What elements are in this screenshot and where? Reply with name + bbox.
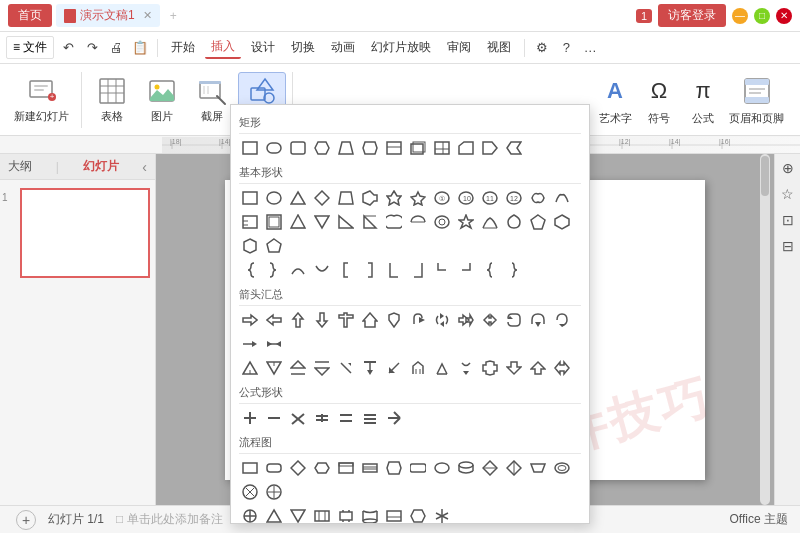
shape-formula-2[interactable] [263, 407, 285, 429]
menu-insert[interactable]: 插入 [205, 36, 241, 59]
menu-transition[interactable]: 切换 [285, 37, 321, 58]
shape-flow-9[interactable] [431, 457, 453, 479]
shape-flow-13[interactable] [527, 457, 549, 479]
tab-home[interactable]: 首页 [8, 4, 52, 27]
shape-flow-11[interactable] [479, 457, 501, 479]
right-tool-4[interactable]: ⊟ [778, 236, 798, 256]
shape-basic-18[interactable] [311, 211, 333, 233]
new-slide-group[interactable]: + 新建幻灯片 [8, 73, 75, 126]
shape-flow2-5[interactable] [335, 505, 357, 524]
shape-flow-5[interactable] [335, 457, 357, 479]
shape-basic-12[interactable]: 12 [503, 187, 525, 209]
shape-flow2-6[interactable] [359, 505, 381, 524]
sidebar-outline-tab[interactable]: 大纲 [8, 158, 32, 175]
maximize-button[interactable]: □ [754, 8, 770, 24]
shape-basic-3[interactable] [287, 187, 309, 209]
shape-arrow-10[interactable] [455, 309, 477, 331]
shape-arrow2-8[interactable] [407, 357, 429, 379]
shape-rect-11[interactable] [479, 137, 501, 159]
shape-basic-27[interactable] [527, 211, 549, 233]
shape-basic-11[interactable]: 11 [479, 187, 501, 209]
add-slide-button[interactable]: + [16, 510, 36, 530]
shape-bracket-4[interactable] [407, 259, 429, 281]
shape-basic-13[interactable] [527, 187, 549, 209]
shape-rect-1[interactable] [239, 137, 261, 159]
shape-basic-28[interactable] [551, 211, 573, 233]
shape-arc-1[interactable] [287, 259, 309, 281]
shape-arrow-1[interactable] [239, 309, 261, 331]
table-group[interactable]: 表格 [88, 73, 136, 126]
shape-arrow-15[interactable] [239, 333, 261, 355]
shape-basic-22[interactable] [407, 211, 429, 233]
shape-arrow2-7[interactable] [383, 357, 405, 379]
shape-rect-5[interactable] [335, 137, 357, 159]
shape-flow-1[interactable] [239, 457, 261, 479]
shape-basic-4[interactable] [311, 187, 333, 209]
shape-arrow-4[interactable] [311, 309, 333, 331]
shape-brace-1[interactable] [239, 259, 261, 281]
shape-flow2-3[interactable] [287, 505, 309, 524]
menu-slideshow[interactable]: 幻灯片放映 [365, 37, 437, 58]
shape-flow-14[interactable] [551, 457, 573, 479]
shape-flow2-1[interactable] [239, 505, 261, 524]
shape-arrow-7[interactable] [383, 309, 405, 331]
shape-formula-5[interactable] [335, 407, 357, 429]
shape-arrow-6[interactable] [359, 309, 381, 331]
shape-flow-7[interactable] [383, 457, 405, 479]
shape-basic-10[interactable]: 10 [455, 187, 477, 209]
shape-basic-15[interactable] [239, 211, 261, 233]
sidebar-slides-tab[interactable]: 幻灯片 [83, 158, 119, 175]
shape-basic-16[interactable] [263, 211, 285, 233]
shape-flow2-7[interactable] [383, 505, 405, 524]
artword-tool[interactable]: A 艺术字 [597, 73, 633, 126]
shape-formula-7[interactable] [383, 407, 405, 429]
image-group[interactable]: 图片 [138, 73, 186, 126]
shape-arc-2[interactable] [311, 259, 333, 281]
shape-arrow2-5[interactable] [335, 357, 357, 379]
menu-view[interactable]: 视图 [481, 37, 517, 58]
more-icon[interactable]: … [580, 38, 600, 58]
shape-arrow2-12[interactable] [503, 357, 525, 379]
shape-flow-3[interactable] [287, 457, 309, 479]
shape-basic-24[interactable] [455, 211, 477, 233]
shape-basic-21[interactable] [383, 211, 405, 233]
shape-formula-1[interactable] [239, 407, 261, 429]
shape-flow-10[interactable] [455, 457, 477, 479]
shape-basic-20[interactable] [359, 211, 381, 233]
shape-flow-2[interactable] [263, 457, 285, 479]
shape-arrow2-13[interactable] [527, 357, 549, 379]
symbol-tool[interactable]: Ω 符号 [641, 73, 677, 126]
shape-bracket-5[interactable] [431, 259, 453, 281]
shape-arrow-3[interactable] [287, 309, 309, 331]
print-icon[interactable]: 🖨 [106, 38, 126, 58]
shape-arrow2-11[interactable] [479, 357, 501, 379]
right-tool-3[interactable]: ⊡ [778, 210, 798, 230]
shape-arrow-9[interactable] [431, 309, 453, 331]
shape-basic-9[interactable]: ① [431, 187, 453, 209]
shape-curly-1[interactable] [479, 259, 501, 281]
help-icon[interactable]: ? [556, 38, 576, 58]
copy-icon[interactable]: 📋 [130, 38, 150, 58]
shape-rect-3[interactable] [287, 137, 309, 159]
shape-bracket-2[interactable] [359, 259, 381, 281]
redo-icon[interactable]: ↷ [82, 38, 102, 58]
visitor-login-button[interactable]: 访客登录 [658, 4, 726, 27]
shape-formula-4[interactable] [311, 407, 333, 429]
shape-flow2-2[interactable] [263, 505, 285, 524]
shape-arrow-13[interactable] [527, 309, 549, 331]
shape-arrow-5[interactable] [335, 309, 357, 331]
shape-arrow-11[interactable] [479, 309, 501, 331]
undo-icon[interactable]: ↶ [58, 38, 78, 58]
shape-rect-10[interactable] [455, 137, 477, 159]
right-tool-2[interactable]: ☆ [778, 184, 798, 204]
menu-start[interactable]: 开始 [165, 37, 201, 58]
shape-flow-4[interactable] [311, 457, 333, 479]
shape-formula-6[interactable] [359, 407, 381, 429]
shape-arrow-12[interactable] [503, 309, 525, 331]
sidebar-collapse-icon[interactable]: ‹ [142, 159, 147, 175]
menu-design[interactable]: 设计 [245, 37, 281, 58]
shape-basic-17[interactable] [287, 211, 309, 233]
shape-rect-8[interactable] [407, 137, 429, 159]
shape-formula-3[interactable] [287, 407, 309, 429]
shape-basic-5[interactable] [335, 187, 357, 209]
